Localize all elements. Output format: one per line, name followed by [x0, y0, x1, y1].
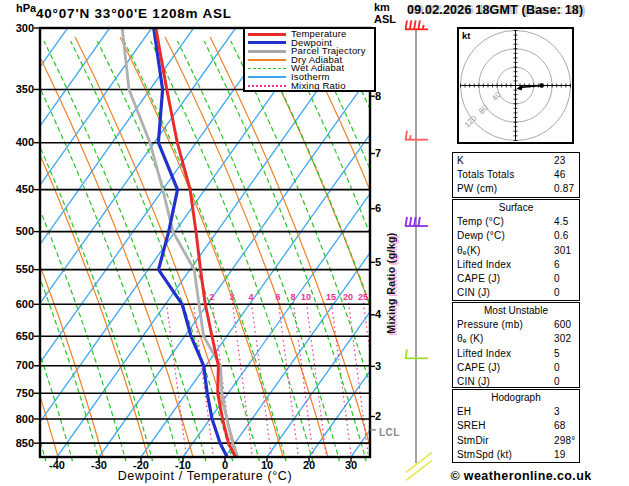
indices-row: θₑ (K)302: [457, 332, 575, 346]
indices-row-value: 46: [554, 168, 566, 182]
indices-row: StmDir298°: [457, 434, 575, 448]
pressure-tick-label: 400: [4, 136, 34, 148]
pressure-tick-label: 600: [4, 298, 34, 310]
legend-line-sample: [248, 33, 286, 36]
skewt-app: hPa 40°07'N 33°00'E 1208m ASL km ASL 09.…: [0, 0, 629, 486]
x-axis-label: Dewpoint / Temperature (°C): [40, 469, 370, 483]
legend-line-sample: [248, 59, 286, 61]
indices-row-label: Lifted Index: [457, 348, 511, 359]
pressure-tick-label: 700: [4, 359, 34, 371]
lcl-label: LCL: [379, 427, 400, 438]
pressure-tick-label: 550: [4, 263, 34, 275]
mixing-ratio-value-label: 3: [222, 292, 242, 302]
altitude-tick-label: 5: [375, 256, 381, 268]
indices-row-value: 0: [554, 375, 560, 389]
indices-row-value: 600: [554, 318, 571, 332]
indices-row: CAPE (J)0: [457, 361, 575, 375]
indices-row: K23: [457, 154, 575, 168]
indices-row-label: PW (cm): [457, 183, 497, 194]
indices-row-label: Totals Totals: [457, 169, 514, 180]
mixing-ratio-value-label: 4: [241, 292, 261, 302]
pressure-tick-label: 300: [4, 22, 34, 34]
indices-row-label: θₑ(K): [457, 245, 481, 256]
indices-row-label: Lifted Index: [457, 259, 511, 270]
indices-row-value: 301: [554, 244, 571, 258]
indices-row: PW (cm)0.87: [457, 182, 575, 196]
indices-row: Totals Totals46: [457, 168, 575, 182]
altitude-unit-asl: ASL: [374, 13, 396, 25]
indices-row-value: 3: [554, 405, 560, 419]
mixing-ratio-value-label: 10: [296, 292, 316, 302]
indices-section: K23Totals Totals46PW (cm)0.87: [452, 152, 580, 198]
indices-row-value: 68: [554, 419, 566, 433]
indices-row-label: θₑ (K): [457, 333, 484, 344]
indices-row-value: 6: [554, 258, 560, 272]
indices-row-value: 0: [554, 361, 560, 375]
page-title: 40°07'N 33°00'E 1208m ASL: [36, 6, 232, 21]
indices-section: HodographEH3SREH68StmDir298°StmSpd (kt)1…: [452, 389, 580, 463]
datetime-label: 09.02.2026 18GMT (Base: 18): [407, 3, 583, 17]
legend-line-sample: [248, 85, 286, 87]
indices-row-value: 302: [554, 332, 571, 346]
indices-section-title: Hodograph: [457, 391, 575, 405]
altitude-tick-label: 8: [375, 90, 381, 102]
indices-row-label: Dewp (°C): [457, 230, 505, 241]
indices-row: CIN (J)0: [457, 375, 575, 389]
legend-line-sample: [248, 68, 286, 69]
indices-section: Most UnstablePressure (mb)600θₑ (K)302Li…: [452, 302, 580, 388]
legend-line-sample: [248, 76, 286, 78]
pressure-tick-label: 850: [4, 437, 34, 449]
pressure-tick-label: 650: [4, 330, 34, 342]
indices-row: CIN (J)0: [457, 286, 575, 300]
indices-row-value: 0: [554, 272, 560, 286]
indices-row-value: 298°: [554, 434, 575, 448]
legend-line-sample: [248, 41, 286, 44]
indices-row: Dewp (°C)0.6: [457, 229, 575, 243]
indices-row-value: 0.87: [554, 182, 574, 196]
indices-section: SurfaceTemp (°C)4.5Dewp (°C)0.6θₑ(K)301L…: [452, 199, 580, 301]
pressure-tick-label: 750: [4, 387, 34, 399]
indices-section-title: Surface: [457, 201, 575, 215]
pressure-tick-label: 800: [4, 413, 34, 425]
indices-row-value: 0.6: [554, 229, 569, 243]
altitude-unit-km: km: [374, 1, 390, 13]
indices-row: Lifted Index5: [457, 347, 575, 361]
mixing-ratio-value-label: 25: [353, 292, 373, 302]
wind-barb-column: [405, 20, 432, 480]
indices-row-label: StmSpd (kt): [457, 449, 512, 460]
altitude-tick-label: 4: [375, 308, 381, 320]
indices-row: SREH68: [457, 419, 575, 433]
indices-section-title: Most Unstable: [457, 304, 575, 318]
indices-row-value: 19: [554, 448, 566, 462]
indices-row-label: CAPE (J): [457, 273, 500, 284]
pressure-tick-label: 450: [4, 183, 34, 195]
indices-row-value: 0: [554, 286, 560, 300]
indices-row-value: 5: [554, 347, 560, 361]
pressure-unit-label: hPa: [16, 2, 36, 14]
credit-footer: © weatheronline.co.uk: [426, 469, 616, 483]
indices-row: Lifted Index6: [457, 258, 575, 272]
indices-row-label: Pressure (mb): [457, 319, 523, 330]
hodograph-plot: [458, 28, 573, 143]
altitude-tick-label: 3: [375, 360, 381, 372]
indices-row: Pressure (mb)600: [457, 318, 575, 332]
indices-row: θₑ(K)301: [457, 244, 575, 258]
legend-item: Mixing Ratio: [248, 82, 374, 91]
indices-row: EH3: [457, 405, 575, 419]
legend-item-label: Mixing Ratio: [291, 82, 346, 91]
indices-row-label: EH: [457, 406, 471, 417]
indices-row-label: CIN (J): [457, 376, 490, 387]
mixing-ratio-axis-label: Mixing Ratio (g/kg): [385, 208, 397, 358]
legend: TemperatureDewpointParcel TrajectoryDry …: [243, 27, 376, 92]
indices-row-value: 4.5: [554, 215, 569, 229]
indices-row: StmSpd (kt)19: [457, 448, 575, 462]
pressure-tick-label: 500: [4, 225, 34, 237]
altitude-tick-label: 2: [375, 410, 381, 422]
indices-row-label: CIN (J): [457, 287, 490, 298]
indices-row-label: StmDir: [457, 435, 489, 446]
legend-line-sample: [248, 50, 286, 53]
indices-row-label: K: [457, 155, 464, 166]
indices-row-label: SREH: [457, 420, 486, 431]
indices-row-label: Temp (°C): [457, 216, 504, 227]
pressure-tick-label: 350: [4, 83, 34, 95]
